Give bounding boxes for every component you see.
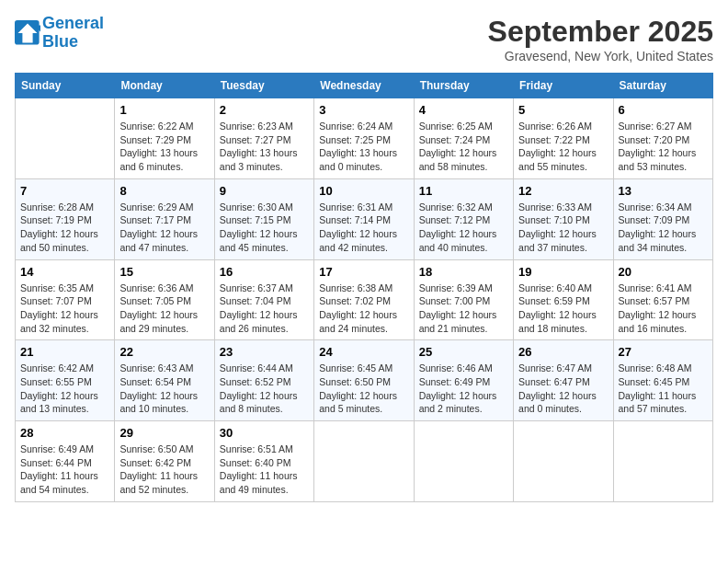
day-cell: 20Sunrise: 6:41 AMSunset: 6:57 PMDayligh… <box>613 259 712 340</box>
day-info: Sunrise: 6:30 AMSunset: 7:15 PMDaylight:… <box>220 201 309 255</box>
week-row-1: 1Sunrise: 6:22 AMSunset: 7:29 PMDaylight… <box>16 98 713 179</box>
day-info: Sunrise: 6:42 AMSunset: 6:55 PMDaylight:… <box>20 362 109 416</box>
day-cell: 26Sunrise: 6:47 AMSunset: 6:47 PMDayligh… <box>514 340 613 421</box>
day-info: Sunrise: 6:22 AMSunset: 7:29 PMDaylight:… <box>119 120 209 174</box>
day-number: 25 <box>419 345 508 359</box>
day-info: Sunrise: 6:25 AMSunset: 7:24 PMDaylight:… <box>419 120 508 174</box>
day-number: 24 <box>319 345 408 359</box>
day-info: Sunrise: 6:36 AMSunset: 7:05 PMDaylight:… <box>119 282 209 336</box>
weekday-header-row: SundayMondayTuesdayWednesdayThursdayFrid… <box>16 74 713 98</box>
day-number: 11 <box>419 184 508 198</box>
logo: General Blue <box>15 15 104 52</box>
day-info: Sunrise: 6:51 AMSunset: 6:40 PMDaylight:… <box>220 442 309 497</box>
day-cell: 21Sunrise: 6:42 AMSunset: 6:55 PMDayligh… <box>16 340 115 421</box>
day-info: Sunrise: 6:31 AMSunset: 7:14 PMDaylight:… <box>319 201 408 255</box>
week-row-3: 14Sunrise: 6:35 AMSunset: 7:07 PMDayligh… <box>16 259 713 340</box>
day-cell: 7Sunrise: 6:28 AMSunset: 7:19 PMDaylight… <box>16 178 115 259</box>
day-info: Sunrise: 6:50 AMSunset: 6:42 PMDaylight:… <box>119 442 209 497</box>
day-info: Sunrise: 6:26 AMSunset: 7:22 PMDaylight:… <box>518 120 608 174</box>
day-number: 26 <box>518 345 608 359</box>
day-cell <box>314 421 414 502</box>
day-number: 1 <box>119 103 209 117</box>
day-number: 6 <box>619 103 708 117</box>
day-cell: 24Sunrise: 6:45 AMSunset: 6:50 PMDayligh… <box>314 340 414 421</box>
day-info: Sunrise: 6:49 AMSunset: 6:44 PMDaylight:… <box>20 442 109 497</box>
day-info: Sunrise: 6:35 AMSunset: 7:07 PMDaylight:… <box>20 282 109 336</box>
day-number: 13 <box>619 184 708 198</box>
day-number: 3 <box>319 103 408 117</box>
weekday-header-tuesday: Tuesday <box>214 74 313 98</box>
day-info: Sunrise: 6:34 AMSunset: 7:09 PMDaylight:… <box>619 201 708 255</box>
day-info: Sunrise: 6:47 AMSunset: 6:47 PMDaylight:… <box>518 362 608 416</box>
day-number: 14 <box>20 265 109 279</box>
day-info: Sunrise: 6:39 AMSunset: 7:00 PMDaylight:… <box>419 282 508 336</box>
week-row-5: 28Sunrise: 6:49 AMSunset: 6:44 PMDayligh… <box>16 421 713 502</box>
week-row-2: 7Sunrise: 6:28 AMSunset: 7:19 PMDaylight… <box>16 178 713 259</box>
day-number: 12 <box>518 184 608 198</box>
day-cell: 6Sunrise: 6:27 AMSunset: 7:20 PMDaylight… <box>613 98 712 179</box>
day-number: 16 <box>220 265 309 279</box>
day-cell: 22Sunrise: 6:43 AMSunset: 6:54 PMDayligh… <box>115 340 214 421</box>
day-number: 29 <box>119 426 209 440</box>
weekday-header-wednesday: Wednesday <box>314 74 414 98</box>
day-number: 23 <box>220 345 309 359</box>
day-cell <box>414 421 513 502</box>
day-cell: 8Sunrise: 6:29 AMSunset: 7:17 PMDaylight… <box>115 178 214 259</box>
day-cell: 17Sunrise: 6:38 AMSunset: 7:02 PMDayligh… <box>314 259 414 340</box>
day-cell: 30Sunrise: 6:51 AMSunset: 6:40 PMDayligh… <box>214 421 313 502</box>
calendar-table: SundayMondayTuesdayWednesdayThursdayFrid… <box>15 73 713 502</box>
day-number: 5 <box>518 103 608 117</box>
logo-text: General Blue <box>42 15 104 52</box>
day-cell: 29Sunrise: 6:50 AMSunset: 6:42 PMDayligh… <box>115 421 214 502</box>
day-info: Sunrise: 6:45 AMSunset: 6:50 PMDaylight:… <box>319 362 408 416</box>
day-number: 22 <box>119 345 209 359</box>
day-cell: 2Sunrise: 6:23 AMSunset: 7:27 PMDaylight… <box>214 98 313 179</box>
day-cell: 1Sunrise: 6:22 AMSunset: 7:29 PMDaylight… <box>115 98 214 179</box>
logo-icon <box>15 20 40 46</box>
day-info: Sunrise: 6:33 AMSunset: 7:10 PMDaylight:… <box>518 201 608 255</box>
day-info: Sunrise: 6:24 AMSunset: 7:25 PMDaylight:… <box>319 120 408 174</box>
day-cell: 23Sunrise: 6:44 AMSunset: 6:52 PMDayligh… <box>214 340 313 421</box>
day-number: 10 <box>319 184 408 198</box>
day-cell <box>16 98 115 179</box>
day-number: 7 <box>20 184 109 198</box>
day-number: 28 <box>20 426 109 440</box>
title-area: September 2025 Gravesend, New York, Unit… <box>488 15 713 63</box>
day-cell <box>613 421 712 502</box>
day-number: 15 <box>119 265 209 279</box>
day-number: 17 <box>319 265 408 279</box>
day-info: Sunrise: 6:41 AMSunset: 6:57 PMDaylight:… <box>619 282 708 336</box>
weekday-header-thursday: Thursday <box>414 74 513 98</box>
day-info: Sunrise: 6:48 AMSunset: 6:45 PMDaylight:… <box>619 362 708 416</box>
day-info: Sunrise: 6:37 AMSunset: 7:04 PMDaylight:… <box>220 282 309 336</box>
day-cell: 4Sunrise: 6:25 AMSunset: 7:24 PMDaylight… <box>414 98 513 179</box>
day-info: Sunrise: 6:23 AMSunset: 7:27 PMDaylight:… <box>220 120 309 174</box>
day-cell: 5Sunrise: 6:26 AMSunset: 7:22 PMDaylight… <box>514 98 613 179</box>
day-number: 2 <box>220 103 309 117</box>
week-row-4: 21Sunrise: 6:42 AMSunset: 6:55 PMDayligh… <box>16 340 713 421</box>
day-cell: 3Sunrise: 6:24 AMSunset: 7:25 PMDaylight… <box>314 98 414 179</box>
day-cell: 28Sunrise: 6:49 AMSunset: 6:44 PMDayligh… <box>16 421 115 502</box>
day-number: 20 <box>619 265 708 279</box>
day-info: Sunrise: 6:43 AMSunset: 6:54 PMDaylight:… <box>119 362 209 416</box>
day-cell: 14Sunrise: 6:35 AMSunset: 7:07 PMDayligh… <box>16 259 115 340</box>
day-cell: 10Sunrise: 6:31 AMSunset: 7:14 PMDayligh… <box>314 178 414 259</box>
day-number: 4 <box>419 103 508 117</box>
day-info: Sunrise: 6:44 AMSunset: 6:52 PMDaylight:… <box>220 362 309 416</box>
weekday-header-monday: Monday <box>115 74 214 98</box>
location: Gravesend, New York, United States <box>488 49 713 63</box>
day-cell: 16Sunrise: 6:37 AMSunset: 7:04 PMDayligh… <box>214 259 313 340</box>
day-info: Sunrise: 6:38 AMSunset: 7:02 PMDaylight:… <box>319 282 408 336</box>
day-cell: 9Sunrise: 6:30 AMSunset: 7:15 PMDaylight… <box>214 178 313 259</box>
day-number: 30 <box>220 426 309 440</box>
day-cell: 11Sunrise: 6:32 AMSunset: 7:12 PMDayligh… <box>414 178 513 259</box>
day-number: 18 <box>419 265 508 279</box>
day-info: Sunrise: 6:29 AMSunset: 7:17 PMDaylight:… <box>119 201 209 255</box>
page-header: General Blue September 2025 Gravesend, N… <box>15 15 713 63</box>
day-info: Sunrise: 6:46 AMSunset: 6:49 PMDaylight:… <box>419 362 508 416</box>
day-number: 21 <box>20 345 109 359</box>
day-info: Sunrise: 6:32 AMSunset: 7:12 PMDaylight:… <box>419 201 508 255</box>
day-number: 19 <box>518 265 608 279</box>
weekday-header-saturday: Saturday <box>613 74 712 98</box>
day-cell: 19Sunrise: 6:40 AMSunset: 6:59 PMDayligh… <box>514 259 613 340</box>
